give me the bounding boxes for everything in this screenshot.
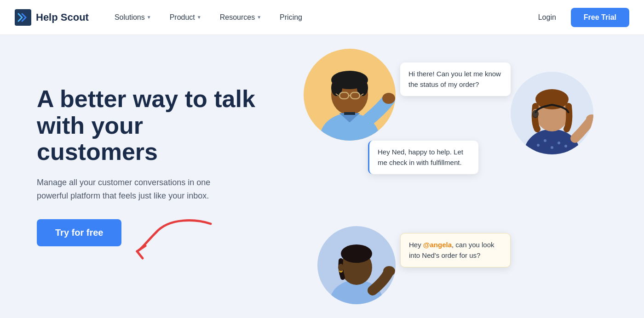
- svg-point-22: [535, 89, 569, 109]
- person-man-circle: [304, 49, 396, 141]
- svg-point-17: [551, 146, 553, 149]
- svg-point-24: [532, 110, 539, 118]
- chat-bubble-2: Hey Ned, happy to help. Let me check in …: [368, 141, 478, 174]
- chevron-down-icon: ▼: [147, 15, 151, 20]
- svg-point-13: [382, 93, 395, 104]
- svg-point-15: [537, 144, 540, 147]
- svg-rect-0: [15, 9, 31, 26]
- helpscout-logo-icon: [15, 9, 31, 26]
- try-for-free-button[interactable]: Try for free: [37, 219, 121, 246]
- hero-right: Hi there! Can you let me know the status…: [276, 35, 607, 318]
- nav-solutions[interactable]: Solutions ▼: [107, 10, 159, 25]
- hero-cta-area: Try for free: [37, 219, 258, 267]
- login-button[interactable]: Login: [533, 10, 562, 25]
- hero-left: A better way to talk with your customers…: [37, 86, 276, 267]
- hero-section: A better way to talk with your customers…: [0, 35, 644, 318]
- svg-point-19: [564, 145, 567, 148]
- person-man-illustration: [304, 49, 396, 141]
- hero-subtitle: Manage all your customer conversations i…: [37, 176, 230, 203]
- brand-name: Help Scout: [36, 11, 89, 23]
- chat-bubble-1: Hi there! Can you let me know the status…: [400, 62, 511, 96]
- chevron-down-icon: ▼: [257, 15, 261, 20]
- person-woman-circle: [511, 72, 593, 154]
- navbar: Help Scout Solutions ▼ Product ▼ Resourc…: [0, 0, 644, 35]
- chevron-down-icon: ▼: [197, 15, 201, 20]
- person-woman-illustration: [511, 72, 593, 154]
- nav-right: Login Free Trial: [533, 8, 629, 27]
- person-woman-bottom-circle: [317, 226, 396, 304]
- person-woman-bottom-illustration: [317, 226, 396, 304]
- nav-pricing[interactable]: Pricing: [272, 10, 310, 25]
- chat-bubble-3: Hey @angela, can you look into Ned's ord…: [400, 233, 511, 267]
- nav-links: Solutions ▼ Product ▼ Resources ▼ Pricin…: [107, 10, 533, 25]
- logo[interactable]: Help Scout: [15, 9, 89, 26]
- svg-point-31: [338, 264, 344, 271]
- arrow-decoration: [132, 215, 215, 262]
- free-trial-button[interactable]: Free Trial: [571, 8, 629, 27]
- svg-point-16: [544, 139, 546, 142]
- svg-point-18: [558, 142, 560, 144]
- hero-title: A better way to talk with your customers: [37, 86, 258, 165]
- nav-resources[interactable]: Resources ▼: [213, 10, 269, 25]
- svg-point-14: [524, 129, 580, 154]
- svg-point-29: [341, 244, 372, 263]
- svg-point-32: [383, 266, 395, 276]
- nav-product[interactable]: Product ▼: [162, 10, 209, 25]
- svg-rect-12: [344, 112, 355, 115]
